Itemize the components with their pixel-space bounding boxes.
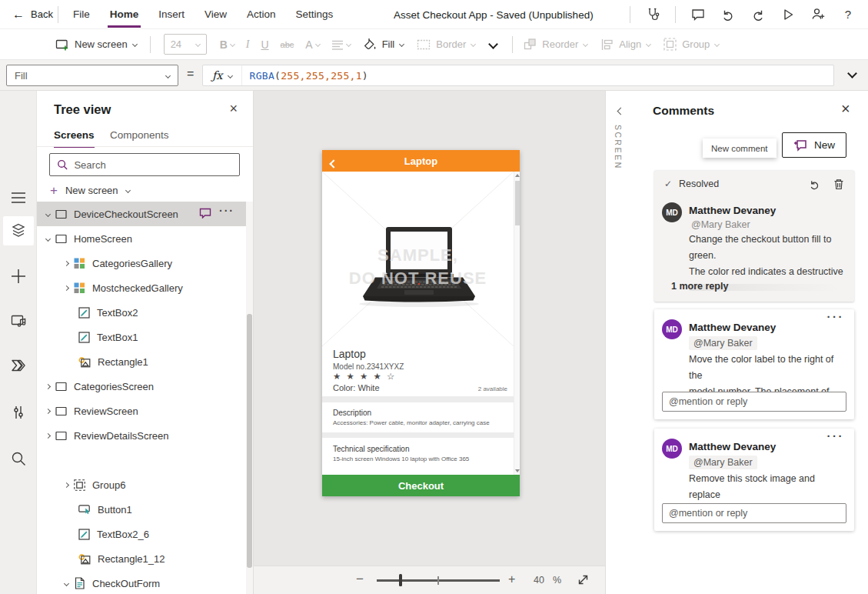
tree-item-reviewdetailsscreen[interactable]: ReviewDetailsScreen <box>37 423 253 448</box>
product-model[interactable]: Model no.2341XYXZ <box>333 362 404 371</box>
formula-input[interactable]: ƒx RGBA(255,255,255,1) <box>202 65 834 86</box>
app-scrollbar-thumb[interactable] <box>515 181 520 225</box>
chevron-expanded-icon[interactable] <box>45 211 51 216</box>
mention-chip[interactable]: @Mary Baker <box>689 456 757 469</box>
menu-action[interactable]: Action <box>247 8 276 20</box>
comments-close-icon[interactable]: × <box>841 101 850 116</box>
comment-thread[interactable]: ··· MD Matthew Devaney @Mary Baker Move … <box>654 309 854 419</box>
back-button[interactable]: ← Back <box>12 8 53 21</box>
fill-button[interactable]: Fill <box>362 38 404 52</box>
new-screen-button[interactable]: New screen <box>55 38 137 52</box>
tree-item-devicecheckoutscreen[interactable]: DeviceCheckoutScreen ··· <box>37 202 253 226</box>
chevron-expanded-icon[interactable] <box>64 580 69 586</box>
new-comment-button[interactable]: New <box>782 132 846 158</box>
product-color[interactable]: Color: White <box>333 383 380 392</box>
tree-item-textbox2_6[interactable]: TextBox2_6 <box>37 522 253 546</box>
app-header-bar[interactable]: Laptop <box>322 150 520 172</box>
help-icon[interactable]: ? <box>840 7 856 22</box>
strikethrough-button[interactable]: abc <box>281 40 294 49</box>
more-options-icon[interactable]: ··· <box>219 205 234 217</box>
formula-bar-expand-chevron-icon[interactable] <box>847 68 857 78</box>
spec-text[interactable]: 15-inch screen Windows 10 laptop with Of… <box>333 456 469 462</box>
product-image-area[interactable]: SAMPLE, DO NOT REUSE <box>322 172 514 346</box>
menu-insert[interactable]: Insert <box>158 8 185 20</box>
border-button[interactable]: Border <box>417 38 475 51</box>
app-scrollbar[interactable] <box>514 172 520 475</box>
align-button[interactable]: Align <box>600 38 650 51</box>
tree-item-button1[interactable]: Button1 <box>37 497 253 522</box>
product-name[interactable]: Laptop <box>333 348 366 360</box>
app-checker-icon[interactable] <box>645 7 660 22</box>
tree-scrollbar[interactable] <box>246 202 253 594</box>
search-rail-icon[interactable] <box>11 451 26 466</box>
reply-input[interactable] <box>669 508 840 519</box>
insert-plus-icon[interactable] <box>11 269 26 284</box>
checkout-button[interactable]: Checkout <box>322 475 520 496</box>
comments-icon[interactable] <box>690 7 706 22</box>
zoom-slider-handle[interactable] <box>399 574 402 586</box>
scroll-down-arrow-icon[interactable] <box>515 469 520 472</box>
formula-text[interactable]: RGBA(255,255,255,1) <box>242 70 368 82</box>
menu-view[interactable]: View <box>205 8 227 20</box>
chevron-collapsed-icon[interactable] <box>45 408 51 413</box>
comment-thread[interactable]: ··· MD Matthew Devaney @Mary Baker Remov… <box>654 429 854 531</box>
chevron-collapsed-icon[interactable] <box>64 260 69 265</box>
tree-item-categoriesscreen[interactable]: CategoriesScreen <box>37 374 253 399</box>
preview-play-icon[interactable] <box>780 7 796 22</box>
tree-view-close-icon[interactable]: × <box>229 102 238 115</box>
tree-new-screen-button[interactable]: + New screen <box>50 184 130 197</box>
menu-settings[interactable]: Settings <box>296 8 334 20</box>
comment-thread-resolved[interactable]: ✓ Resolved MD Matthew Devaney @Mary Bake… <box>654 171 854 302</box>
tree-item-textbox1[interactable]: TextBox1 <box>37 325 253 349</box>
media-icon[interactable] <box>11 313 26 329</box>
fx-button[interactable]: ƒx <box>203 65 242 85</box>
ribbon-expand-chevron-icon[interactable] <box>488 39 498 49</box>
chevron-expanded-icon[interactable] <box>45 235 51 241</box>
tree-item-textbox2[interactable]: TextBox2 <box>37 300 253 325</box>
chevron-collapsed-icon[interactable] <box>64 482 69 487</box>
screen-scope-tab[interactable]: SCREEN <box>614 125 623 170</box>
phone-screen-preview[interactable]: Laptop SAMPLE, DO NOT REUSE <box>322 150 520 496</box>
product-rating-stars[interactable]: ★ ★ ★ ★ ☆ <box>333 371 396 382</box>
variables-icon[interactable] <box>11 405 26 420</box>
redo-icon[interactable] <box>750 7 766 22</box>
chevron-collapsed-icon[interactable] <box>64 285 69 290</box>
zoom-in-button[interactable]: + <box>508 572 515 586</box>
search-input[interactable] <box>74 159 232 171</box>
comment-bubble-icon[interactable] <box>199 208 211 219</box>
tree-item-categoriesgallery[interactable]: CategoriesGallery <box>37 251 253 275</box>
tree-item-homescreen[interactable]: HomeScreen <box>37 226 253 251</box>
share-user-icon[interactable] <box>810 7 826 22</box>
mention-chip[interactable]: @Mary Baker <box>689 336 757 350</box>
group-button[interactable]: Group <box>663 38 719 51</box>
bold-button[interactable]: B <box>220 38 234 51</box>
reply-box[interactable] <box>662 392 846 412</box>
text-align-button[interactable] <box>331 39 351 50</box>
thread-more-options-icon[interactable]: ··· <box>827 429 845 442</box>
reply-box[interactable] <box>662 503 846 523</box>
undo-icon[interactable] <box>720 7 736 22</box>
property-select[interactable]: Fill <box>6 65 178 86</box>
menu-home[interactable]: Home <box>110 8 139 20</box>
tree-search-box[interactable] <box>49 153 240 176</box>
power-automate-icon[interactable] <box>11 359 26 372</box>
font-color-button[interactable]: A <box>305 38 319 51</box>
hamburger-menu-icon[interactable] <box>11 192 26 204</box>
tab-screens[interactable]: Screens <box>54 129 95 148</box>
product-availability[interactable]: 2 available <box>478 385 507 392</box>
thread-more-options-icon[interactable]: ··· <box>827 310 845 323</box>
tree-item-group6[interactable]: Group6 <box>37 472 253 497</box>
menu-file[interactable]: File <box>73 8 90 20</box>
tab-components[interactable]: Components <box>110 129 169 146</box>
description-title[interactable]: Description <box>333 409 371 417</box>
italic-button[interactable]: I <box>246 38 250 51</box>
fit-to-window-icon[interactable] <box>577 573 590 586</box>
tree-item-rectangle1[interactable]: Rectangle1 <box>37 349 253 374</box>
reorder-button[interactable]: Reorder <box>524 38 587 51</box>
scroll-up-arrow-icon[interactable] <box>515 174 520 177</box>
delete-trash-icon[interactable] <box>833 179 844 190</box>
description-text[interactable]: Accessories: Power cable, monitor adapte… <box>333 419 490 426</box>
design-canvas[interactable]: Laptop SAMPLE, DO NOT REUSE <box>254 91 605 594</box>
more-replies-link[interactable]: 1 more reply <box>671 281 728 292</box>
tree-item-rectangle1_12[interactable]: Rectangle1_12 <box>37 546 253 571</box>
